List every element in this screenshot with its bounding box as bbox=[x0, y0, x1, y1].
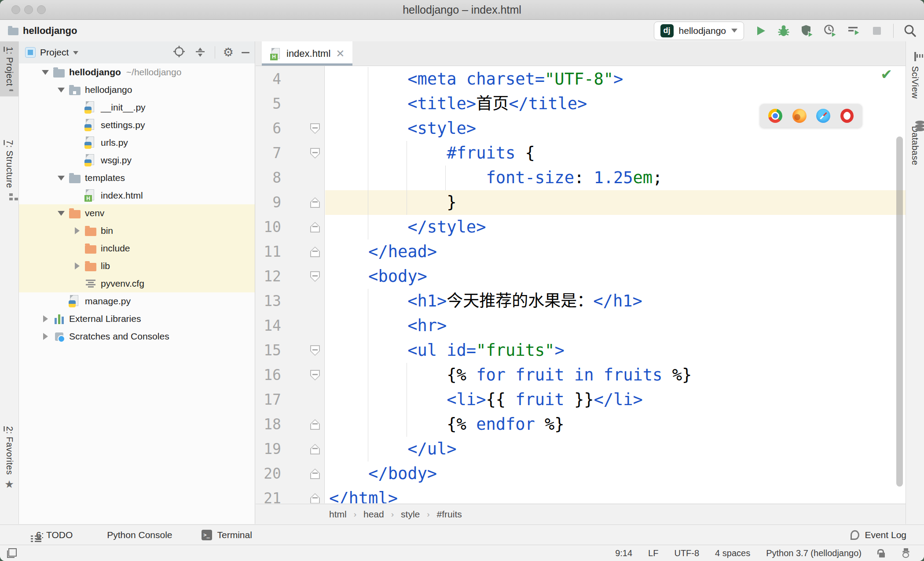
tab-label: index.html bbox=[286, 48, 330, 59]
favorites-icon: ★ bbox=[4, 480, 14, 490]
tree-open-arrow-icon[interactable] bbox=[40, 67, 51, 78]
code-line-8: font-size: 1.25em; bbox=[329, 166, 692, 190]
inspection-ok-icon[interactable]: ✔ bbox=[880, 66, 892, 83]
run-configurations-button[interactable] bbox=[847, 24, 861, 38]
stop-button[interactable] bbox=[870, 24, 884, 38]
chrome-browser-icon[interactable] bbox=[768, 109, 782, 123]
tree-item-pyvenv.cfg[interactable]: pyvenv.cfg bbox=[19, 275, 255, 292]
tree-open-arrow-icon[interactable] bbox=[56, 208, 66, 218]
tree-item-venv[interactable]: venv bbox=[19, 204, 255, 222]
fold-start-icon[interactable] bbox=[310, 123, 320, 134]
navigation-breadcrumb[interactable]: hellodjango bbox=[8, 25, 77, 37]
status-item-python-3.7--hellodjango-[interactable]: Python 3.7 (hellodjango) bbox=[766, 548, 862, 558]
tree-item-include[interactable]: include bbox=[19, 240, 255, 257]
editor-scrollbar[interactable] bbox=[896, 137, 903, 487]
firefox-browser-icon[interactable] bbox=[792, 109, 807, 123]
tree-item-hellodjango[interactable]: hellodjango bbox=[19, 81, 255, 99]
chevron-down-icon[interactable] bbox=[73, 51, 78, 55]
stripe-label: Database bbox=[910, 126, 920, 166]
opera-browser-icon[interactable] bbox=[840, 109, 854, 123]
close-window-button[interactable] bbox=[11, 5, 20, 14]
line-number: 6 bbox=[256, 116, 281, 141]
folder-icon bbox=[68, 171, 81, 185]
stripe-button-project[interactable]: 1: Project bbox=[0, 41, 18, 96]
fold-end-icon[interactable] bbox=[310, 469, 320, 479]
status-item-9-14[interactable]: 9:14 bbox=[615, 548, 632, 558]
fold-start-icon[interactable] bbox=[310, 345, 320, 356]
fold-start-icon[interactable] bbox=[310, 271, 320, 282]
tree-item-manage.py[interactable]: manage.py bbox=[19, 292, 255, 310]
tree-item-external-libraries[interactable]: External Libraries bbox=[19, 310, 255, 328]
minimize-window-button[interactable] bbox=[24, 5, 33, 14]
toolwindow-label: Python Console bbox=[107, 530, 172, 540]
breadcrumb-item-fruits[interactable]: #fruits bbox=[437, 509, 462, 520]
fold-start-icon[interactable] bbox=[310, 370, 320, 380]
status-item-lf[interactable]: LF bbox=[648, 548, 658, 558]
tree-closed-arrow-icon[interactable] bbox=[72, 261, 82, 271]
status-item-utf-8[interactable]: UTF-8 bbox=[674, 548, 699, 558]
tree-item-scratches-and-consoles[interactable]: Scratches and Consoles bbox=[19, 328, 255, 345]
window-title: hellodjango – index.html bbox=[403, 4, 521, 16]
gear-icon[interactable]: ⚙ bbox=[223, 47, 234, 59]
toolwindow-button---todo[interactable]: 6: TODO bbox=[31, 530, 73, 540]
hide-panel-icon[interactable] bbox=[242, 52, 249, 53]
breadcrumb-item-style[interactable]: style bbox=[401, 509, 420, 520]
code-editor[interactable]: 456789101112131415161718192021 <meta cha… bbox=[256, 66, 906, 503]
debug-button[interactable] bbox=[777, 24, 791, 38]
toolwindow-toggle-icon[interactable] bbox=[7, 548, 17, 558]
collapse-all-icon[interactable] bbox=[194, 45, 207, 60]
run-configuration-select[interactable]: dj hellodjango bbox=[654, 22, 744, 40]
code-line-17: <li>{{ fruit }}</li> bbox=[329, 388, 692, 412]
stripe-button-database[interactable]: Database bbox=[906, 115, 924, 171]
stripe-label: 1: Project bbox=[4, 47, 15, 86]
tree-closed-arrow-icon[interactable] bbox=[40, 331, 51, 342]
django-config-icon: dj bbox=[660, 24, 674, 37]
tree-item-wsgi.py[interactable]: wsgi.py bbox=[19, 151, 255, 169]
breadcrumb-item-head[interactable]: head bbox=[363, 509, 384, 520]
zoom-window-button[interactable] bbox=[37, 5, 46, 14]
tree-item-bin[interactable]: bin bbox=[19, 222, 255, 240]
stripe-button-sciview[interactable]: SciView bbox=[906, 48, 924, 104]
line-number: 14 bbox=[256, 314, 281, 338]
fold-end-icon[interactable] bbox=[310, 222, 320, 233]
stripe-button-structure[interactable]: 7: Structure bbox=[0, 135, 18, 199]
tree-closed-arrow-icon[interactable] bbox=[72, 225, 82, 236]
tree-item-urls.py[interactable]: urls.py bbox=[19, 134, 255, 151]
fold-end-icon[interactable] bbox=[310, 444, 320, 454]
fold-start-icon[interactable] bbox=[310, 148, 320, 159]
fold-end-icon[interactable] bbox=[310, 419, 320, 430]
tree-item-hellodjango[interactable]: hellodjango~/hellodjango bbox=[19, 63, 255, 81]
safari-browser-icon[interactable] bbox=[816, 109, 830, 123]
tab-index-html[interactable]: H index.html ✕ bbox=[262, 41, 352, 66]
tree-item-lib[interactable]: lib bbox=[19, 257, 255, 275]
line-number: 16 bbox=[256, 363, 281, 388]
profiler-button[interactable] bbox=[823, 24, 837, 38]
tree-open-arrow-icon[interactable] bbox=[56, 173, 66, 183]
fold-end-icon[interactable] bbox=[310, 197, 320, 208]
line-number: 18 bbox=[256, 412, 281, 437]
python-file-icon bbox=[84, 118, 97, 132]
tree-item-__init__.py[interactable]: __init__.py bbox=[19, 99, 255, 116]
tree-item-index.html[interactable]: Hindex.html bbox=[19, 187, 255, 204]
locate-icon[interactable] bbox=[172, 45, 186, 60]
tree-open-arrow-icon[interactable] bbox=[56, 85, 66, 95]
tree-item-templates[interactable]: templates bbox=[19, 169, 255, 187]
toolwindow-button-terminal[interactable]: >_Terminal bbox=[202, 530, 252, 540]
fold-end-icon[interactable] bbox=[310, 493, 320, 503]
tree-closed-arrow-icon[interactable] bbox=[40, 314, 51, 324]
breadcrumb-item-html[interactable]: html bbox=[329, 509, 347, 520]
event-log-button[interactable]: Event Log bbox=[851, 530, 924, 540]
stripe-button-favorites[interactable]: 2: Favorites★ bbox=[0, 421, 18, 495]
run-button[interactable] bbox=[753, 24, 767, 38]
fold-end-icon[interactable] bbox=[310, 247, 320, 257]
search-everywhere-icon[interactable] bbox=[903, 24, 917, 38]
close-icon[interactable]: ✕ bbox=[336, 48, 345, 59]
lock-open-icon[interactable] bbox=[877, 549, 885, 557]
tree-item-path: ~/hellodjango bbox=[126, 67, 182, 78]
tree-item-settings.py[interactable]: settings.py bbox=[19, 116, 255, 134]
status-item-4-spaces[interactable]: 4 spaces bbox=[715, 548, 750, 558]
hector-inspector-icon[interactable] bbox=[901, 548, 911, 558]
run-with-coverage-button[interactable] bbox=[800, 24, 814, 38]
toolwindow-button-python-console[interactable]: Python Console bbox=[102, 530, 172, 540]
project-breadcrumb-label: hellodjango bbox=[23, 25, 77, 37]
